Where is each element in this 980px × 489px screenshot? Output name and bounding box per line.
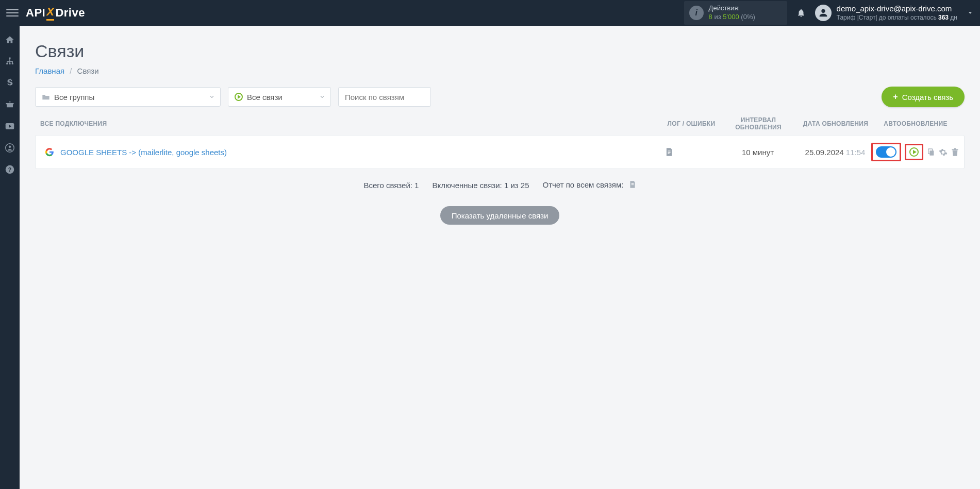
th-log: ЛОГ / ОШИБКИ (666, 120, 717, 127)
logo-api: API (26, 6, 45, 20)
main-content: Связи Главная / Связи Все группы Все свя… (20, 26, 980, 240)
filter-status[interactable]: Все связи (228, 87, 331, 107)
th-interval: ИНТЕРВАЛ ОБНОВЛЕНИЯ (717, 116, 800, 131)
svg-rect-13 (929, 150, 934, 155)
folder-icon (42, 93, 50, 100)
chevron-down-icon (319, 94, 325, 100)
svg-rect-4 (12, 63, 13, 64)
document-icon (629, 180, 636, 189)
log-button[interactable] (665, 147, 717, 157)
svg-rect-16 (631, 184, 634, 185)
svg-rect-12 (668, 154, 669, 154)
user-menu[interactable]: demo_apix-drive@apix-drive.com Тариф |Ст… (815, 4, 974, 22)
svg-point-0 (821, 9, 825, 13)
play-circle-icon (235, 93, 243, 101)
sidebar-briefcase-icon[interactable] (0, 95, 20, 114)
trash-icon[interactable] (951, 148, 959, 157)
chevron-down-icon (209, 94, 215, 100)
svg-rect-1 (9, 58, 11, 59)
th-date: ДАТА ОБНОВЛЕНИЯ (800, 120, 872, 127)
svg-rect-3 (9, 63, 11, 64)
sidebar-home-icon[interactable] (0, 30, 20, 49)
svg-rect-15 (631, 183, 634, 184)
actions-used: 8 (709, 13, 712, 21)
sidebar-billing-icon[interactable] (0, 73, 20, 93)
sidebar-connections-icon[interactable] (0, 52, 20, 71)
filter-groups[interactable]: Все группы (35, 87, 221, 107)
date-value: 25.09.2024 11:54 (799, 148, 871, 157)
total-connections: Всего связей: 1 (363, 181, 419, 190)
user-email: demo_apix-drive@apix-drive.com (837, 4, 957, 14)
topbar: API X Drive i Действия: 8 из 5'000 (0%) (0, 0, 980, 26)
breadcrumb: Главная / Связи (35, 66, 965, 75)
table-row: GOOGLE SHEETS -> (mailerlite, google she… (35, 135, 965, 169)
logo-x: X (46, 5, 54, 21)
logo[interactable]: API X Drive (26, 5, 85, 21)
summary-row: Всего связей: 1 Включенные связи: 1 из 2… (35, 180, 965, 190)
notifications-icon[interactable] (796, 8, 806, 18)
svg-rect-10 (668, 150, 670, 151)
sidebar-video-icon[interactable] (0, 116, 20, 136)
info-icon: i (689, 6, 704, 20)
actions-limit: 5'000 (723, 13, 739, 21)
svg-rect-11 (668, 152, 670, 153)
avatar-icon (815, 5, 832, 21)
breadcrumb-home[interactable]: Главная (35, 66, 64, 75)
svg-point-7 (9, 146, 11, 148)
tariff-days: 363 (938, 14, 949, 21)
actions-counter[interactable]: i Действия: 8 из 5'000 (0%) (684, 1, 787, 25)
plus-icon: + (893, 92, 898, 102)
google-icon (45, 147, 54, 157)
copy-icon[interactable] (927, 148, 935, 156)
logo-drive: Drive (55, 6, 85, 20)
svg-rect-2 (6, 63, 8, 64)
chevron-down-icon (967, 9, 974, 16)
tariff-text: Тариф |Старт| до оплаты осталось (837, 14, 938, 21)
actions-percent: (0%) (741, 13, 755, 21)
breadcrumb-current: Связи (77, 66, 99, 75)
highlight-toggle (871, 143, 901, 161)
sidebar-help-icon[interactable]: ? (0, 160, 20, 179)
th-connections: ВСЕ ПОДКЛЮЧЕНИЯ (40, 120, 666, 127)
auto-update-toggle[interactable] (876, 146, 896, 158)
th-auto: АВТООБНОВЛЕНИЕ (872, 120, 959, 127)
connection-link[interactable]: GOOGLE SHEETS -> (mailerlite, google she… (60, 148, 227, 157)
filter-row: Все группы Все связи + Создать связь (35, 87, 965, 107)
interval-value: 10 минут (717, 148, 799, 157)
create-connection-button[interactable]: + Создать связь (882, 87, 965, 107)
run-now-button[interactable] (909, 147, 919, 157)
table-header: ВСЕ ПОДКЛЮЧЕНИЯ ЛОГ / ОШИБКИ ИНТЕРВАЛ ОБ… (35, 116, 965, 135)
gear-icon[interactable] (939, 148, 948, 157)
highlight-play (905, 144, 923, 160)
svg-text:?: ? (8, 166, 11, 173)
menu-toggle[interactable] (6, 7, 19, 19)
show-deleted-button[interactable]: Показать удаленные связи (440, 206, 560, 225)
actions-label: Действия: (709, 4, 755, 13)
sidebar-account-icon[interactable] (0, 138, 20, 158)
sidebar: ? (0, 26, 20, 240)
search-input[interactable] (338, 87, 431, 107)
report-link[interactable]: Отчет по всем связям: (543, 180, 636, 190)
enabled-connections: Включенные связи: 1 из 25 (432, 181, 529, 190)
page-title: Связи (35, 41, 965, 61)
